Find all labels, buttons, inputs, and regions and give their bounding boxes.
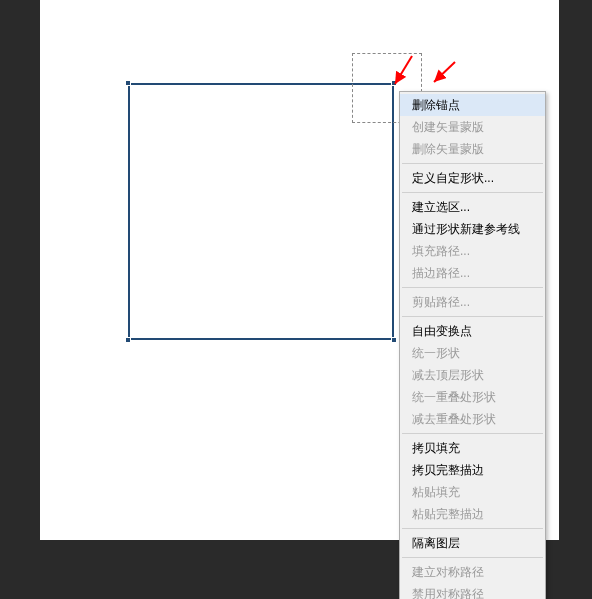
menu-item[interactable]: 拷贝填充 [400, 437, 545, 459]
menu-item: 创建矢量蒙版 [400, 116, 545, 138]
anchor-point-3[interactable] [391, 337, 397, 343]
menu-item: 粘贴完整描边 [400, 503, 545, 525]
menu-item: 填充路径... [400, 240, 545, 262]
menu-item: 统一形状 [400, 342, 545, 364]
anchor-point-2[interactable] [125, 337, 131, 343]
menu-item[interactable]: 通过形状新建参考线 [400, 218, 545, 240]
menu-separator [402, 163, 543, 164]
menu-item[interactable]: 自由变换点 [400, 320, 545, 342]
menu-separator [402, 433, 543, 434]
menu-item: 剪贴路径... [400, 291, 545, 313]
menu-item[interactable]: 定义自定形状... [400, 167, 545, 189]
menu-separator [402, 192, 543, 193]
menu-item: 减去顶层形状 [400, 364, 545, 386]
anchor-point-0[interactable] [125, 80, 131, 86]
menu-item: 描边路径... [400, 262, 545, 284]
menu-item[interactable]: 隔离图层 [400, 532, 545, 554]
menu-item: 建立对称路径 [400, 561, 545, 583]
menu-item: 统一重叠处形状 [400, 386, 545, 408]
menu-item: 禁用对称路径 [400, 583, 545, 599]
menu-separator [402, 528, 543, 529]
menu-item[interactable]: 删除锚点 [400, 94, 545, 116]
menu-item[interactable]: 拷贝完整描边 [400, 459, 545, 481]
menu-separator [402, 287, 543, 288]
menu-item: 粘贴填充 [400, 481, 545, 503]
menu-separator [402, 316, 543, 317]
menu-item: 减去重叠处形状 [400, 408, 545, 430]
context-menu[interactable]: 删除锚点创建矢量蒙版删除矢量蒙版定义自定形状...建立选区...通过形状新建参考… [399, 91, 546, 599]
menu-separator [402, 557, 543, 558]
menu-item[interactable]: 建立选区... [400, 196, 545, 218]
menu-item: 删除矢量蒙版 [400, 138, 545, 160]
